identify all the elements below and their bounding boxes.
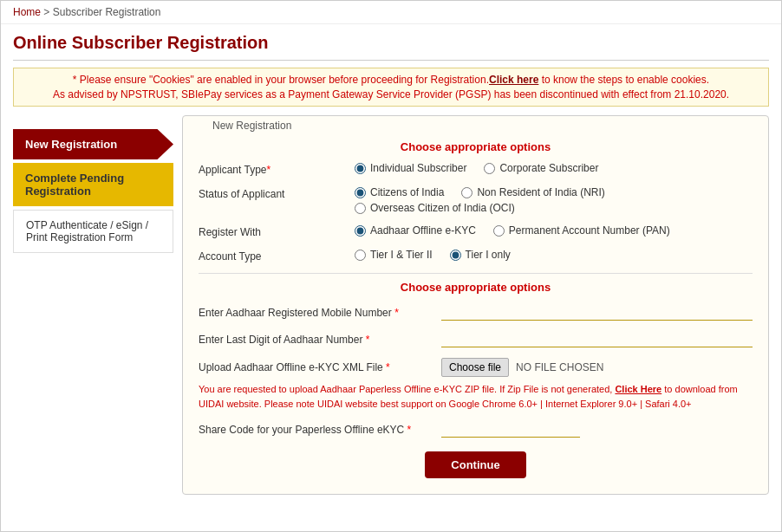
breadcrumb-home[interactable]: Home [13, 6, 41, 18]
radio-tier1and2-label: Tier I & Tier II [370, 249, 433, 261]
applicant-required: * [267, 164, 271, 176]
sidebar-pending-label: Complete Pending Registration [25, 172, 124, 198]
status-applicant-row: Status of Applicant Citizens of India No… [199, 186, 753, 214]
radio-citizens-label: Citizens of India [370, 186, 444, 198]
radio-tier1only-input[interactable] [450, 250, 461, 261]
radio-nri-input[interactable] [461, 187, 472, 198]
register-with-row: Register With Aadhaar Offline e-KYC Perm… [199, 224, 753, 238]
radio-corporate[interactable]: Corporate Subscriber [484, 162, 598, 174]
notice-line1: * Please ensure "Cookies" are enabled in… [24, 74, 758, 86]
radio-pan-label: Permanent Account Number (PAN) [509, 224, 670, 237]
radio-aadhaar-input[interactable] [355, 225, 366, 237]
radio-aadhaar[interactable]: Aadhaar Offline e-KYC [355, 224, 476, 237]
left-sidebar: New Registration Complete Pending Regist… [13, 115, 173, 495]
applicant-type-label: Applicant Type* [199, 162, 355, 176]
page-title: Online Subscriber Registration [13, 33, 769, 53]
applicant-type-options: Individual Subscriber Corporate Subscrib… [355, 162, 598, 174]
sidebar-item-otp[interactable]: OTP Authenticate / eSign / Print Registr… [13, 210, 173, 253]
upload-warning-link[interactable]: Click Here [615, 384, 661, 394]
breadcrumb-separator: > [43, 6, 49, 18]
radio-oci-input[interactable] [355, 203, 366, 214]
radio-nri-label: Non Resident of India (NRI) [477, 186, 604, 198]
choose-options-subtitle: Choose appropriate options [199, 281, 753, 294]
register-with-label: Register With [199, 224, 355, 238]
register-options: Aadhaar Offline e-KYC Permanent Account … [355, 224, 670, 237]
upload-warning-pre: You are requested to upload Aadhaar Pape… [199, 384, 615, 394]
radio-corporate-input[interactable] [484, 163, 495, 174]
account-options: Tier I & Tier II Tier I only [355, 249, 511, 261]
share-code-input[interactable] [441, 421, 580, 438]
radio-corporate-label: Corporate Subscriber [499, 162, 598, 174]
share-code-row: Share Code for your Paperless Offline eK… [199, 421, 753, 438]
upload-row: Upload Aadhaar Offline e-KYC XML File * … [199, 358, 753, 377]
radio-aadhaar-label: Aadhaar Offline e-KYC [370, 224, 476, 237]
sidebar-item-pending-registration[interactable]: Complete Pending Registration [13, 163, 173, 206]
radio-individual-label: Individual Subscriber [370, 162, 466, 174]
status-radio-row2: Overseas Citizen of India (OCI) [355, 202, 605, 214]
radio-pan[interactable]: Permanent Account Number (PAN) [493, 224, 670, 237]
page-wrapper: Home > Subscriber Registration Online Su… [0, 0, 782, 532]
mobile-input[interactable] [441, 304, 753, 321]
mobile-label: Enter Aadhaar Registered Mobile Number * [199, 307, 441, 319]
content-area: New Registration Complete Pending Regist… [13, 115, 769, 495]
sidebar-otp-label: OTP Authenticate / eSign / Print Registr… [26, 219, 148, 243]
share-required: * [404, 424, 411, 436]
status-options: Citizens of India Non Resident of India … [355, 186, 605, 214]
register-radio-row: Aadhaar Offline e-KYC Permanent Account … [355, 224, 670, 237]
radio-citizens-input[interactable] [355, 187, 366, 198]
upload-warning: You are requested to upload Aadhaar Pape… [199, 382, 753, 411]
notice-line1-pre: * Please ensure "Cookies" are enabled in… [73, 74, 489, 86]
choose-options-title: Choose appropriate options [199, 140, 753, 153]
mobile-required: * [392, 307, 399, 319]
sidebar-item-new-registration[interactable]: New Registration [13, 129, 173, 159]
radio-oci-label: Overseas Citizen of India (OCI) [370, 202, 515, 214]
aadhaar-digit-label: Enter Last Digit of Aadhaar Number * [199, 334, 441, 346]
legend-title: New Registration [205, 120, 759, 132]
continue-button[interactable]: Continue [425, 451, 525, 478]
upload-required: * [383, 361, 390, 373]
account-type-label: Account Type [199, 249, 355, 263]
radio-tier1and2-input[interactable] [355, 250, 366, 261]
title-divider [13, 60, 769, 61]
breadcrumb: Home > Subscriber Registration [1, 1, 781, 24]
continue-btn-row: Continue [199, 451, 753, 478]
account-radio-row: Tier I & Tier II Tier I only [355, 249, 511, 261]
divider-line [199, 273, 753, 274]
applicant-type-row: Applicant Type* Individual Subscriber Co… [199, 162, 753, 176]
choose-file-button[interactable]: Choose file [441, 358, 509, 377]
radio-individual-input[interactable] [355, 163, 366, 174]
notice-line2: As advised by NPSTRUST, SBIePay services… [24, 88, 758, 101]
file-upload-area: Choose file NO FILE CHOSEN [441, 358, 603, 377]
aadhaar-digit-input[interactable] [441, 331, 753, 347]
upload-label: Upload Aadhaar Offline e-KYC XML File * [199, 361, 441, 373]
notice-line1-post: to know the steps to enable cookies. [538, 74, 709, 86]
radio-pan-input[interactable] [493, 225, 505, 237]
share-label: Share Code for your Paperless Offline eK… [199, 424, 441, 436]
breadcrumb-current: Subscriber Registration [53, 6, 161, 18]
applicant-radio-row: Individual Subscriber Corporate Subscrib… [355, 162, 598, 174]
mobile-row: Enter Aadhaar Registered Mobile Number * [199, 304, 753, 321]
notice-box: * Please ensure "Cookies" are enabled in… [13, 68, 769, 107]
radio-individual[interactable]: Individual Subscriber [355, 162, 466, 174]
aadhaar-digit-row: Enter Last Digit of Aadhaar Number * [199, 331, 753, 347]
radio-citizens[interactable]: Citizens of India [355, 186, 444, 198]
form-panel: New Registration Choose appropriate opti… [182, 115, 769, 495]
file-chosen-text: NO FILE CHOSEN [516, 361, 603, 373]
radio-nri[interactable]: Non Resident of India (NRI) [461, 186, 604, 198]
radio-tier1and2[interactable]: Tier I & Tier II [355, 249, 433, 261]
sidebar-new-label: New Registration [25, 138, 117, 151]
aadhaar-required: * [362, 334, 369, 346]
radio-tier1only-label: Tier I only [466, 249, 511, 261]
main-content: Online Subscriber Registration * Please … [1, 24, 781, 507]
status-radio-row1: Citizens of India Non Resident of India … [355, 186, 605, 198]
radio-tier1only[interactable]: Tier I only [450, 249, 511, 261]
radio-oci[interactable]: Overseas Citizen of India (OCI) [355, 202, 515, 214]
status-label: Status of Applicant [199, 186, 355, 200]
notice-line1-link[interactable]: Click here [489, 74, 538, 86]
account-type-row: Account Type Tier I & Tier II Tier I onl… [199, 249, 753, 263]
